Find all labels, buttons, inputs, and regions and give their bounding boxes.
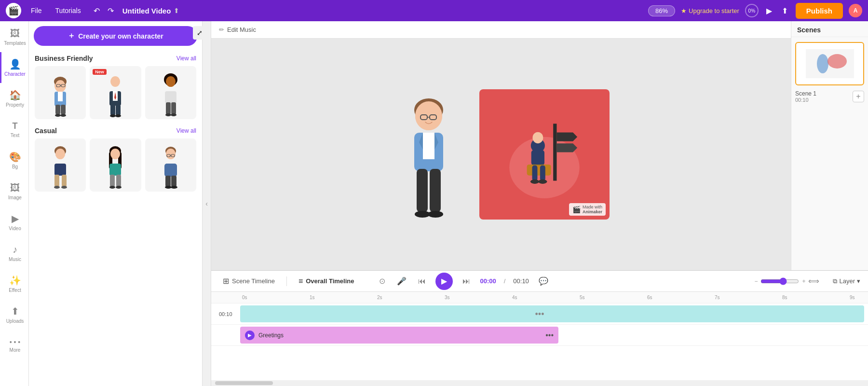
- title-area: Untitled Video ⬆: [122, 7, 180, 15]
- svg-rect-41: [109, 164, 121, 176]
- text-icon: T: [13, 121, 18, 131]
- business-section-header: Business Friendly View all: [35, 55, 196, 62]
- title-edit-icon[interactable]: ⬆: [174, 7, 179, 14]
- sidebar-item-more[interactable]: • • • More: [0, 330, 29, 361]
- file-menu[interactable]: File: [27, 5, 46, 16]
- video-title: Untitled Video: [122, 7, 171, 15]
- character-section-business: Business Friendly View all: [29, 51, 202, 386]
- overall-timeline-label: Overall Timeline: [306, 277, 354, 285]
- collapse-panel[interactable]: ‹: [203, 21, 211, 386]
- char-card-bf3[interactable]: [145, 66, 196, 119]
- progress-circle[interactable]: 0%: [745, 4, 759, 17]
- sidebar-item-uploads[interactable]: ⬆ Uploads: [0, 299, 29, 330]
- skip-back-button[interactable]: ⏮: [416, 275, 428, 288]
- svg-point-35: [61, 186, 67, 189]
- sidebar-item-character[interactable]: 👤 Character: [0, 52, 29, 83]
- layer-button[interactable]: ⧉ Layer ▾: [833, 277, 860, 285]
- char-card-c1[interactable]: [35, 138, 86, 192]
- user-avatar[interactable]: A: [849, 4, 862, 17]
- camera-icon-button[interactable]: ⊙: [377, 275, 387, 288]
- video-icon: ▶: [12, 213, 19, 224]
- tick-0s: 0s: [242, 295, 247, 300]
- svg-rect-79: [532, 165, 538, 181]
- svg-marker-73: [556, 133, 577, 141]
- add-scene-button[interactable]: +: [853, 91, 864, 102]
- sidebar-item-templates[interactable]: 🖼 Templates: [0, 21, 29, 52]
- sidebar-item-text[interactable]: T Text: [0, 114, 29, 145]
- svg-rect-24: [166, 102, 171, 114]
- bg-label: Bg: [12, 164, 18, 169]
- track-duration: 00:10: [219, 311, 232, 317]
- tutorials-menu[interactable]: Tutorials: [52, 5, 85, 16]
- tick-9s: 9s: [850, 295, 855, 300]
- char-card-c3[interactable]: [145, 138, 196, 192]
- scene-thumbnail[interactable]: [795, 42, 864, 85]
- music-label: Music: [9, 257, 21, 262]
- svg-rect-43: [116, 175, 121, 187]
- scene-thumb-1[interactable]: Scene 1 00:10 +: [791, 37, 868, 105]
- svg-point-10: [55, 114, 61, 117]
- svg-rect-42: [110, 175, 115, 187]
- effect-icon: ✨: [9, 275, 21, 286]
- svg-point-27: [171, 113, 176, 116]
- greetings-track[interactable]: ▶ Greetings •••: [240, 327, 558, 344]
- scene-timeline-tab[interactable]: ⊞ Scene Timeline: [219, 275, 279, 288]
- sidebar-item-bg[interactable]: 🎨 Bg: [0, 145, 29, 176]
- time-total: 00:10: [513, 277, 529, 285]
- business-view-all[interactable]: View all: [176, 55, 196, 62]
- effect-label: Effect: [9, 288, 21, 293]
- main-layout: 🖼 Templates 👤 Character 🏠 Property T Tex…: [0, 21, 868, 386]
- mic-icon-button[interactable]: 🎤: [395, 275, 408, 288]
- skip-forward-button[interactable]: ⏭: [461, 275, 472, 288]
- play-preview-button[interactable]: ▶: [764, 4, 774, 17]
- tick-6s: 6s: [647, 295, 652, 300]
- svg-point-85: [827, 54, 847, 69]
- expand-icon[interactable]: ⟺: [808, 276, 819, 286]
- char-card-bf2[interactable]: New: [90, 66, 141, 119]
- main-character-preview[interactable]: [393, 87, 465, 222]
- svg-point-59: [415, 101, 442, 130]
- sidebar-item-property[interactable]: 🏠 Property: [0, 83, 29, 114]
- scene-image[interactable]: 🎬 Made withAnimaker: [479, 89, 610, 220]
- sidebar-item-image[interactable]: 🖼 Image: [0, 176, 29, 207]
- expand-icon[interactable]: ⤢: [193, 26, 203, 40]
- casual-view-all[interactable]: View all: [176, 127, 196, 134]
- create-character-button[interactable]: ＋ Create your own character: [34, 26, 197, 46]
- char-card-c2[interactable]: [90, 138, 141, 192]
- svg-rect-23: [165, 91, 176, 103]
- svg-point-82: [538, 179, 547, 184]
- upgrade-button[interactable]: ★ Upgrade to starter: [681, 7, 739, 14]
- uploads-icon: ⬆: [11, 305, 19, 317]
- svg-point-81: [530, 179, 539, 184]
- sidebar-item-video[interactable]: ▶ Video: [0, 207, 29, 237]
- publish-button[interactable]: Publish: [796, 3, 843, 19]
- char-card-bf1[interactable]: [35, 66, 86, 119]
- share-button[interactable]: ⬆: [780, 4, 790, 17]
- tick-3s: 3s: [445, 295, 450, 300]
- sidebar-item-effect[interactable]: ✨ Effect: [0, 268, 29, 299]
- zoom-slider[interactable]: [760, 277, 799, 285]
- app-logo[interactable]: 🎬: [6, 3, 21, 18]
- greetings-options[interactable]: •••: [545, 331, 554, 340]
- casual-section-header: Casual View all: [35, 127, 196, 135]
- play-button[interactable]: ▶: [435, 273, 453, 290]
- character-panel: ＋ Create your own character ⤢ Business F…: [29, 21, 203, 386]
- tick-7s: 7s: [715, 295, 720, 300]
- greetings-play-button[interactable]: ▶: [245, 331, 255, 340]
- captions-button[interactable]: 💬: [537, 275, 550, 288]
- scenes-title: Scenes: [791, 21, 868, 37]
- timeline-tracks: 00:10 ••• ▶ Greetings •••: [211, 303, 868, 380]
- sidebar-icons: 🖼 Templates 👤 Character 🏠 Property T Tex…: [0, 21, 29, 386]
- overall-timeline-tab[interactable]: ≡ Overall Timeline: [295, 275, 358, 288]
- overall-timeline-icon: ≡: [298, 277, 303, 286]
- sidebar-item-music[interactable]: ♪ Music: [0, 237, 29, 268]
- svg-rect-25: [171, 102, 176, 114]
- svg-point-22: [166, 76, 176, 87]
- zoom-control[interactable]: 86%: [648, 5, 675, 16]
- timeline-scrollbar[interactable]: [211, 380, 868, 386]
- undo-button[interactable]: ↶: [91, 5, 103, 16]
- track-options[interactable]: •••: [535, 309, 544, 319]
- character-icon: 👤: [9, 58, 21, 70]
- redo-button[interactable]: ↷: [105, 5, 117, 16]
- casual-section-title: Casual: [35, 127, 57, 135]
